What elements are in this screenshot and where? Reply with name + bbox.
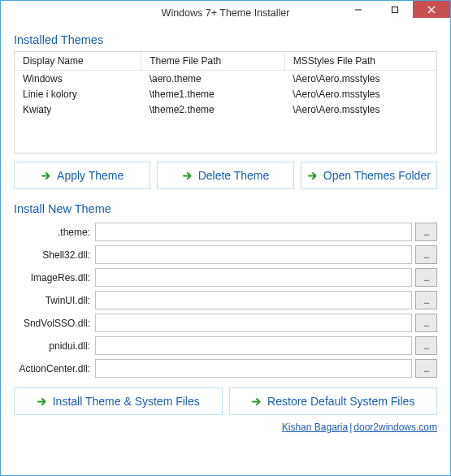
- cell-ms-path: \Aero\Aero.msstyles: [284, 102, 436, 117]
- install-theme-button[interactable]: Install Theme & System Files: [14, 387, 223, 415]
- apply-theme-button[interactable]: Apply Theme: [14, 162, 150, 189]
- open-themes-folder-button[interactable]: Open Themes Folder: [301, 162, 437, 189]
- arrow-right-icon: [41, 171, 51, 181]
- cell-theme-path: \theme2.theme: [141, 102, 284, 117]
- field-row-pnidui: pnidui.dll: ...: [14, 336, 437, 355]
- browse-button[interactable]: ...: [415, 268, 437, 287]
- cell-display: Windows: [15, 71, 141, 87]
- cell-theme-path: \theme1.theme: [141, 86, 284, 102]
- col-msstyles-path[interactable]: MSStyles File Path: [284, 52, 436, 71]
- arrow-right-icon: [251, 396, 262, 407]
- field-label: ActionCenter.dll:: [14, 363, 92, 374]
- col-display-name[interactable]: Display Name: [15, 52, 141, 71]
- titlebar: Windows 7+ Theme Installer: [1, 1, 450, 25]
- installed-themes-heading: Installed Themes: [14, 33, 437, 46]
- table-header-row: Display Name Theme File Path MSStyles Fi…: [15, 52, 436, 71]
- actioncenter-input[interactable]: [95, 359, 412, 378]
- table-row[interactable]: Windows \aero.theme \Aero\Aero.msstyles: [15, 71, 436, 87]
- col-theme-path[interactable]: Theme File Path: [141, 52, 284, 71]
- theme-actions-row: Apply Theme Delete Theme Open Themes Fol…: [14, 162, 437, 189]
- field-label: SndVolSSO.dll:: [14, 318, 92, 329]
- minimize-icon: [354, 6, 362, 14]
- arrow-right-icon: [182, 171, 193, 181]
- imageres-input[interactable]: [95, 268, 412, 287]
- sndvolsso-input[interactable]: [95, 314, 412, 332]
- themes-table[interactable]: Display Name Theme File Path MSStyles Fi…: [15, 52, 436, 117]
- field-row-theme: .theme: ...: [14, 223, 437, 241]
- minimize-button[interactable]: [340, 1, 376, 18]
- svg-rect-0: [392, 6, 397, 12]
- field-label: pnidui.dll:: [14, 340, 92, 352]
- cell-ms-path: \Aero\Aero.msstyles: [284, 71, 436, 87]
- field-label: Shell32.dll:: [14, 249, 92, 261]
- author-link[interactable]: Kishan Bagaria: [282, 422, 348, 433]
- footer: Kishan Bagaria|door2windows.com: [14, 422, 437, 433]
- browse-button[interactable]: ...: [415, 223, 437, 241]
- field-label: TwinUI.dll:: [14, 295, 92, 306]
- app-window: Windows 7+ Theme Installer Installed The…: [0, 0, 451, 476]
- button-label: Open Themes Folder: [323, 169, 431, 182]
- cell-theme-path: \aero.theme: [141, 71, 284, 87]
- install-new-theme-heading: Install New Theme: [14, 202, 437, 215]
- themes-table-container: Display Name Theme File Path MSStyles Fi…: [14, 51, 437, 154]
- browse-button[interactable]: ...: [415, 359, 437, 378]
- arrow-right-icon: [307, 171, 318, 181]
- maximize-button[interactable]: [376, 1, 413, 18]
- close-button[interactable]: [413, 1, 450, 18]
- shell32-input[interactable]: [95, 245, 412, 264]
- button-label: Apply Theme: [57, 169, 124, 182]
- table-row[interactable]: Kwiaty \theme2.theme \Aero\Aero.msstyles: [15, 102, 436, 117]
- twinui-input[interactable]: [95, 291, 412, 309]
- field-label: .theme:: [14, 227, 92, 238]
- field-label: ImageRes.dll:: [14, 272, 92, 283]
- browse-button[interactable]: ...: [415, 291, 437, 309]
- arrow-right-icon: [37, 396, 47, 407]
- cell-display: Linie i kolory: [15, 86, 141, 102]
- footer-separator: |: [349, 422, 352, 433]
- button-label: Install Theme & System Files: [53, 395, 200, 408]
- button-label: Restore Default System Files: [267, 395, 414, 408]
- maximize-icon: [391, 6, 399, 14]
- install-fields: .theme: ... Shell32.dll: ... ImageRes.dl…: [14, 223, 437, 378]
- cell-display: Kwiaty: [15, 102, 141, 117]
- window-controls: [340, 1, 450, 18]
- site-link[interactable]: door2windows.com: [353, 422, 437, 433]
- browse-button[interactable]: ...: [415, 245, 437, 264]
- table-row[interactable]: Linie i kolory \theme1.theme \Aero\Aero.…: [15, 86, 436, 102]
- pnidui-input[interactable]: [95, 336, 412, 355]
- restore-defaults-button[interactable]: Restore Default System Files: [229, 387, 438, 415]
- theme-input[interactable]: [95, 223, 412, 241]
- close-icon: [427, 6, 436, 14]
- delete-theme-button[interactable]: Delete Theme: [157, 162, 293, 189]
- browse-button[interactable]: ...: [415, 314, 437, 332]
- browse-button[interactable]: ...: [415, 336, 437, 355]
- content-area: Installed Themes Display Name Theme File…: [1, 25, 450, 475]
- field-row-twinui: TwinUI.dll: ...: [14, 291, 437, 309]
- field-row-shell32: Shell32.dll: ...: [14, 245, 437, 264]
- field-row-actioncenter: ActionCenter.dll: ...: [14, 359, 437, 378]
- field-row-imageres: ImageRes.dll: ...: [14, 268, 437, 287]
- field-row-sndvolsso: SndVolSSO.dll: ...: [14, 314, 437, 332]
- button-label: Delete Theme: [198, 169, 270, 182]
- cell-ms-path: \Aero\Aero.msstyles: [284, 86, 436, 102]
- bottom-actions-row: Install Theme & System Files Restore Def…: [14, 387, 437, 415]
